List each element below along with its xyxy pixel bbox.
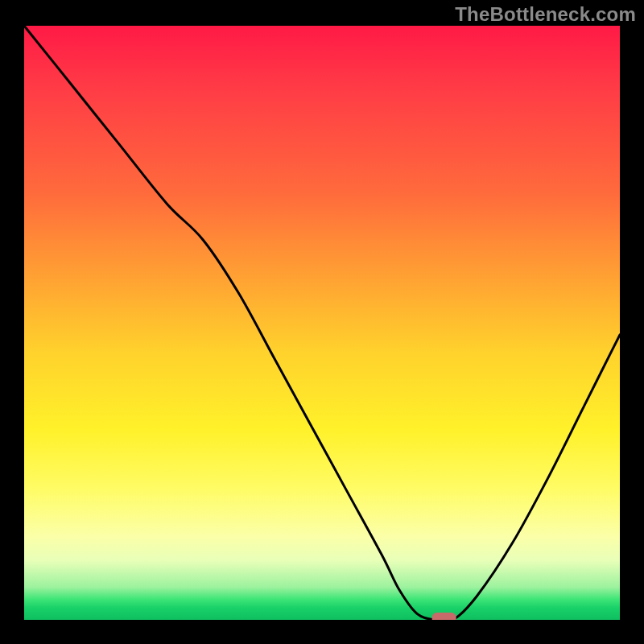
curve-layer	[24, 26, 620, 620]
watermark-label: TheBottleneck.com	[455, 3, 636, 26]
bottleneck-curve	[24, 26, 620, 620]
optimum-marker	[432, 613, 456, 620]
plot-area	[24, 26, 620, 620]
chart-frame: TheBottleneck.com	[0, 0, 644, 644]
